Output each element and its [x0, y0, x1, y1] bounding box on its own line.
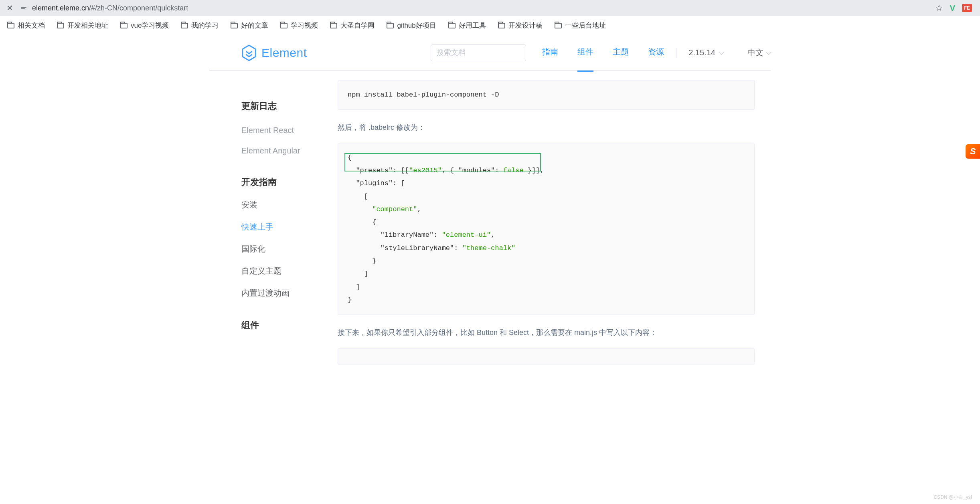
- sidebar-item-custom-theme[interactable]: 自定义主题: [241, 260, 330, 282]
- chevron-down-icon: [719, 49, 724, 54]
- folder-icon: [57, 23, 64, 28]
- bookmark-label: 大圣自学网: [340, 21, 375, 30]
- divider: [676, 48, 676, 58]
- content: npm install babel-plugin-component -D 然后…: [338, 80, 763, 376]
- folder-icon: [448, 23, 456, 28]
- site-header: Element 指南 组件 主题 资源 2.15.14 中文: [209, 35, 771, 71]
- sidebar-item-react[interactable]: Element React: [241, 120, 330, 141]
- sidebar-section-components: 组件: [241, 319, 330, 331]
- code-block-npm-install: npm install babel-plugin-component -D: [338, 80, 755, 110]
- nav-links: 指南 组件 主题 资源: [542, 46, 664, 59]
- bookmark-label: 开发设计稿: [508, 21, 543, 30]
- logo-text: Element: [261, 46, 307, 60]
- url-host: element.eleme.cn: [32, 4, 89, 12]
- version-label: 2.15.14: [688, 48, 715, 57]
- nav-resource[interactable]: 资源: [648, 46, 664, 59]
- bookmark-folder[interactable]: vue学习视频: [116, 18, 173, 32]
- site-settings-icon[interactable]: [21, 4, 28, 12]
- sidebar-item-quickstart[interactable]: 快速上手: [241, 216, 330, 238]
- nav-component[interactable]: 组件: [577, 46, 593, 59]
- logo-icon: [241, 44, 257, 61]
- bookmark-folder[interactable]: 好的文章: [227, 18, 272, 32]
- bookmark-label: github好项目: [397, 21, 436, 30]
- version-select[interactable]: 2.15.14: [688, 48, 723, 57]
- bookmark-folder[interactable]: 好用工具: [444, 18, 490, 32]
- vue-devtools-icon[interactable]: V: [950, 3, 956, 13]
- sidebar-section-dev-guide: 开发指南: [241, 176, 330, 188]
- language-label: 中文: [747, 47, 763, 58]
- paragraph-babelrc: 然后，将 .babelrc 修改为：: [338, 121, 755, 134]
- bookmark-folder[interactable]: github好项目: [383, 18, 440, 32]
- browser-address-bar: ✕ element.eleme.cn/#/zh-CN/component/qui…: [0, 0, 980, 16]
- bookmark-label: 好用工具: [459, 21, 486, 30]
- folder-icon: [231, 23, 238, 28]
- search-box[interactable]: [431, 44, 526, 61]
- code-text: { "presets": [["es2015", { "modules": fa…: [348, 151, 745, 307]
- url-path: /#/zh-CN/component/quickstart: [89, 4, 188, 12]
- bookmark-label: 相关文档: [18, 21, 45, 30]
- bookmark-label: 学习视频: [291, 21, 318, 30]
- sidebar-item-angular[interactable]: Element Angular: [241, 141, 330, 161]
- close-tab-icon[interactable]: ✕: [4, 3, 15, 13]
- sidebar-item-install[interactable]: 安装: [241, 194, 330, 216]
- language-select[interactable]: 中文: [747, 47, 771, 58]
- bookmark-folder[interactable]: 大圣自学网: [326, 18, 379, 32]
- bookmark-label: 好的文章: [241, 21, 268, 30]
- chevron-down-icon: [766, 49, 771, 54]
- folder-icon: [181, 23, 188, 28]
- folder-icon: [330, 23, 337, 28]
- bookmarks-bar: 相关文档 开发相关地址 vue学习视频 我的学习 好的文章 学习视频 大圣自学网…: [0, 16, 980, 35]
- folder-icon: [280, 23, 288, 28]
- code-block-mainjs: [338, 348, 755, 365]
- sogou-float-icon[interactable]: S: [966, 144, 980, 159]
- sidebar-item-changelog[interactable]: 更新日志: [241, 100, 330, 112]
- bookmark-folder[interactable]: 一些后台地址: [551, 18, 610, 32]
- folder-icon: [555, 23, 562, 28]
- fe-extension-icon[interactable]: FE: [962, 4, 972, 12]
- bookmark-label: 一些后台地址: [565, 21, 606, 30]
- bookmark-label: 我的学习: [191, 21, 219, 30]
- bookmark-folder[interactable]: 我的学习: [177, 18, 223, 32]
- bookmark-star-icon[interactable]: ☆: [935, 3, 943, 13]
- folder-icon: [7, 23, 14, 28]
- sidebar: 更新日志 Element React Element Angular 开发指南 …: [209, 80, 338, 376]
- bookmark-folder[interactable]: 开发相关地址: [53, 18, 112, 32]
- bookmark-label: vue学习视频: [131, 21, 169, 30]
- nav-theme[interactable]: 主题: [613, 46, 629, 59]
- folder-icon: [498, 23, 505, 28]
- svg-marker-0: [243, 45, 255, 60]
- sidebar-item-transition[interactable]: 内置过渡动画: [241, 282, 330, 304]
- search-input[interactable]: [437, 48, 520, 57]
- code-text: npm install babel-plugin-component -D: [348, 89, 745, 101]
- folder-icon: [120, 23, 128, 28]
- url-text: element.eleme.cn/#/zh-CN/component/quick…: [32, 4, 188, 12]
- url-area[interactable]: element.eleme.cn/#/zh-CN/component/quick…: [21, 4, 929, 12]
- bookmark-folder[interactable]: 相关文档: [3, 18, 49, 32]
- main-layout: 更新日志 Element React Element Angular 开发指南 …: [209, 71, 771, 376]
- nav-guide[interactable]: 指南: [542, 46, 558, 59]
- bookmark-folder[interactable]: 学习视频: [276, 18, 322, 32]
- code-block-babelrc: { "presets": [["es2015", { "modules": fa…: [338, 143, 755, 315]
- bookmark-label: 开发相关地址: [67, 21, 108, 30]
- sidebar-item-i18n[interactable]: 国际化: [241, 238, 330, 260]
- folder-icon: [387, 23, 394, 28]
- logo[interactable]: Element: [209, 44, 307, 61]
- browser-right-icons: ☆ V FE: [935, 3, 976, 13]
- paragraph-next: 接下来，如果你只希望引入部分组件，比如 Button 和 Select，那么需要…: [338, 326, 755, 339]
- bookmark-folder[interactable]: 开发设计稿: [494, 18, 547, 32]
